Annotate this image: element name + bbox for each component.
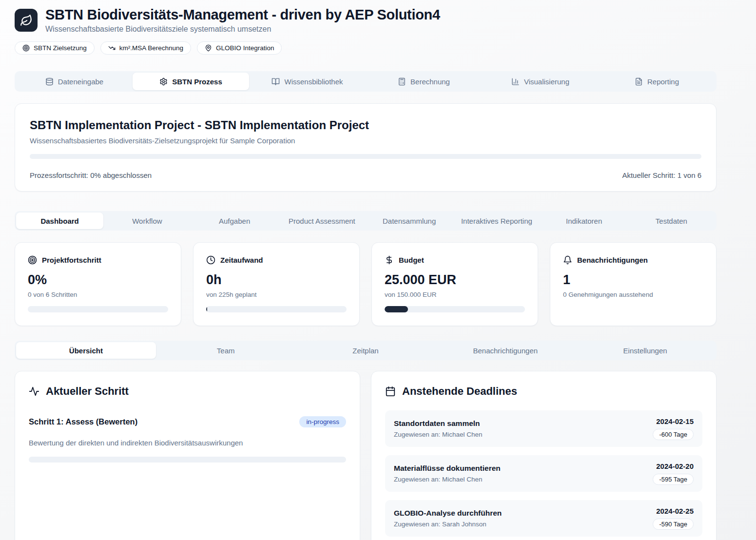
tab-label: Übersicht [69,347,103,355]
tab-sbtn-prozess[interactable]: SBTN Prozess [133,73,249,90]
deadline-item[interactable]: GLOBIO-Analyse durchführen Zugewiesen an… [385,500,702,537]
tab-wissensbibliothek[interactable]: Wissensbibliothek [249,73,366,90]
badge-label: GLOBIO Integration [216,44,274,52]
tab-team[interactable]: Team [156,342,296,359]
calendar-icon [385,386,396,397]
tab-indikatoren[interactable]: Indikatoren [541,212,628,229]
tab-benachrichtigungen[interactable]: Benachrichtigungen [435,342,575,359]
stat-progress-fill [206,306,207,312]
stat-progress-bar [385,306,525,312]
deadline-assignee: Zugewiesen an: Sarah Johnson [394,521,502,528]
deadline-date: 2024-02-25 [653,507,694,515]
tab-dashboard[interactable]: Dashboard [16,212,103,229]
tab-label: Product Assessment [289,217,355,225]
stat-sub: von 150.000 EUR [385,291,525,298]
target-icon [28,255,37,265]
tab-label: Zeitplan [352,347,378,355]
app-header-text: SBTN Biodiversitäts-Management - driven … [45,7,440,34]
tab-testdaten[interactable]: Testdaten [628,212,715,229]
tab-interaktives-reporting[interactable]: Interaktives Reporting [453,212,540,229]
leaf-icon [20,14,33,27]
deadline-assignee: Zugewiesen an: Michael Chen [394,431,483,438]
stat-label: Zeitaufwand [220,256,263,264]
badge-sbtn-zielsetzung: SBTN Zielsetzung [15,41,95,55]
stat-value: 25.000 EUR [385,272,525,288]
step-row: Schritt 1: Assess (Bewerten) in-progress [29,416,346,427]
tab-label: Datensammlung [383,217,436,225]
project-progress-label: Prozessfortschritt: 0% abgeschlossen [30,171,152,179]
stat-card-projektfortschritt: Projektfortschritt 0% 0 von 6 Schritten [15,242,181,326]
tab-product-assessment[interactable]: Product Assessment [278,212,366,229]
app-header: SBTN Biodiversitäts-Management - driven … [15,7,717,34]
activity-icon [29,386,39,397]
days-remaining-badge: -595 Tage [653,474,694,485]
project-progress-bar [30,154,701,159]
main-nav: Dateneingabe SBTN Prozess Wissensbibliot… [15,71,717,92]
badge-label: SBTN Zielsetzung [34,44,87,52]
tab-reporting[interactable]: Reporting [599,73,715,90]
tab-workflow[interactable]: Workflow [103,212,191,229]
badge-label: km².MSA Berechnung [119,44,183,52]
status-badge: in-progress [299,416,346,427]
file-text-icon [635,77,643,86]
tab-label: Reporting [647,77,679,86]
stat-label: Budget [399,256,424,264]
dollar-icon [385,255,394,265]
panel-heading: Anstehende Deadlines [385,385,702,398]
deadline-item[interactable]: Materialflüsse dokumentieren Zugewiesen … [385,455,702,492]
app-title: SBTN Biodiversitäts-Management - driven … [45,7,440,23]
deadline-item[interactable]: Standortdaten sammeln Zugewiesen an: Mic… [385,410,702,447]
deadline-info: Standortdaten sammeln Zugewiesen an: Mic… [394,419,483,438]
trending-down-icon [108,44,116,52]
stat-card-budget: Budget 25.000 EUR von 150.000 EUR [371,242,538,326]
tab-uebersicht[interactable]: Übersicht [16,342,156,359]
tab-label: SBTN Prozess [172,77,222,86]
deadline-meta: 2024-02-20 -595 Tage [653,462,694,485]
deadline-task: Materialflüsse dokumentieren [394,464,501,473]
deadline-date: 2024-02-15 [653,417,694,425]
panel-heading: Aktueller Schritt [29,385,346,398]
target-icon [22,44,30,52]
tab-label: Workflow [132,217,162,225]
deadline-info: Materialflüsse dokumentieren Zugewiesen … [394,464,501,483]
stat-cards: Projektfortschritt 0% 0 von 6 Schritten … [15,242,717,326]
deadline-task: GLOBIO-Analyse durchführen [394,509,502,518]
map-pin-icon [205,44,212,52]
step-title: Schritt 1: Assess (Bewerten) [29,417,137,426]
tab-dateneingabe[interactable]: Dateneingabe [16,73,133,90]
project-card: SBTN Implementation Project - SBTN Imple… [15,103,717,192]
tab-aufgaben[interactable]: Aufgaben [191,212,278,229]
stat-sub: von 225h geplant [206,291,347,298]
tab-label: Wissensbibliothek [284,77,343,86]
project-footer: Prozessfortschritt: 0% abgeschlossen Akt… [30,171,701,179]
tab-label: Testdaten [656,217,687,225]
stat-progress-bar [28,306,168,312]
project-current-step-label: Aktueller Schritt: 1 von 6 [622,171,701,179]
stat-head: Benachrichtigungen [563,255,703,265]
bar-chart-icon [511,77,520,86]
stat-head: Projektfortschritt [28,255,168,265]
deadline-info: GLOBIO-Analyse durchführen Zugewiesen an… [394,509,502,528]
bell-icon [563,255,572,265]
calculator-icon [398,77,406,86]
deadline-date: 2024-02-20 [653,462,694,470]
tab-datensammlung[interactable]: Datensammlung [366,212,453,229]
tab-label: Dateneingabe [58,77,103,86]
app-logo [15,9,38,32]
deadlines-panel: Anstehende Deadlines Standortdaten samme… [371,371,717,540]
current-step-panel: Aktueller Schritt Schritt 1: Assess (Bew… [15,371,360,540]
tab-visualisierung[interactable]: Visualisierung [482,73,599,90]
stat-sub: 0 Genehmigungen ausstehend [563,291,703,298]
stat-label: Projektfortschritt [42,256,101,264]
step-progress-bar [29,457,346,463]
tab-zeitplan[interactable]: Zeitplan [296,342,436,359]
step-description: Bewertung der direkten und indirekten Bi… [29,439,346,447]
days-remaining-badge: -600 Tage [653,429,694,440]
tab-einstellungen[interactable]: Einstellungen [575,342,715,359]
deadline-assignee: Zugewiesen an: Michael Chen [394,476,501,483]
stat-value: 0% [28,272,168,288]
stat-sub: 0 von 6 Schritten [28,291,168,298]
tab-berechnung[interactable]: Berechnung [366,73,482,90]
project-subtitle: Wissenschaftsbasiertes Biodiversitäts-Zi… [30,136,701,145]
stat-progress-bar [206,306,347,312]
